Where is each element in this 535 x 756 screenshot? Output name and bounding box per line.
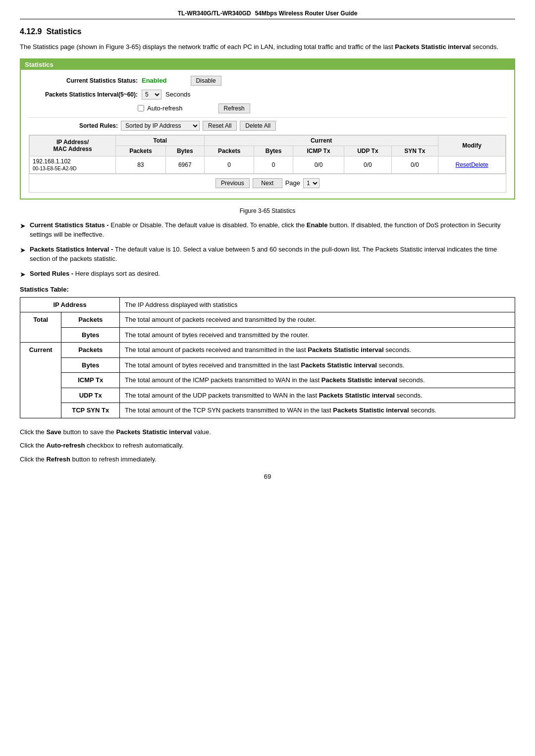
current-group: Current bbox=[20, 343, 61, 418]
sorted-rules-label: Sorted Rules: bbox=[29, 122, 118, 129]
panel-body: Current Statistics Status: Enabled Disab… bbox=[21, 70, 514, 199]
icmp-tx-sub: ICMP Tx bbox=[61, 373, 120, 388]
delete-link[interactable]: Delete bbox=[471, 161, 488, 168]
current-status-row: Current Statistics Status: Enabled Disab… bbox=[29, 76, 506, 86]
bullet-arrow: ➤ bbox=[20, 269, 26, 280]
tcp-syn-tx-desc: The total amount of the TCP SYN packets … bbox=[120, 403, 515, 418]
sorted-rules-select[interactable]: Sorted by IP Address Sorted by MAC Addre… bbox=[121, 121, 200, 131]
refresh-button[interactable]: Refresh bbox=[218, 103, 250, 113]
page-label: Page bbox=[285, 179, 300, 187]
tcp-syn-tx-sub: TCP SYN Tx bbox=[61, 403, 120, 418]
sorted-rules-row: Sorted Rules: Sorted by IP Address Sorte… bbox=[29, 117, 506, 131]
delete-all-button[interactable]: Delete All bbox=[240, 121, 276, 131]
col-cur-bytes: Bytes bbox=[254, 146, 293, 156]
info-table: IP Address The IP Address displayed with… bbox=[20, 297, 515, 418]
cell-total-bytes: 6967 bbox=[165, 156, 205, 173]
page-select[interactable]: 1 bbox=[303, 178, 320, 188]
cell-modify[interactable]: ResetDelete bbox=[438, 156, 506, 173]
interval-unit: Seconds bbox=[165, 91, 191, 98]
col-ip-mac: IP Address/MAC Address bbox=[30, 135, 116, 156]
statistics-panel: Statistics Current Statistics Status: En… bbox=[20, 58, 515, 200]
udp-tx-desc: The total amount of the UDP packets tran… bbox=[120, 388, 515, 403]
col-syn-tx: SYN Tx bbox=[391, 146, 438, 156]
guide-label: 54Mbps Wireless Router User Guide bbox=[255, 10, 358, 17]
page-number: 69 bbox=[20, 473, 515, 480]
cell-cur-packets: 0 bbox=[205, 156, 254, 173]
cell-cur-bytes: 0 bbox=[254, 156, 293, 173]
cell-syn-tx: 0/0 bbox=[391, 156, 438, 173]
prev-button[interactable]: Previous bbox=[215, 178, 250, 188]
stats-table-title: Statistics Table: bbox=[20, 286, 515, 293]
reset-link[interactable]: Reset bbox=[456, 161, 471, 168]
current-status-label: Current Statistics Status: bbox=[29, 77, 138, 84]
autorefresh-label: Auto-refresh bbox=[147, 104, 183, 112]
total-bytes-desc: The total amount of bytes received and t… bbox=[120, 327, 515, 343]
col-cur-packets: Packets bbox=[205, 146, 254, 156]
ip-address-desc: The IP Address displayed with statistics bbox=[120, 297, 515, 312]
interval-label: Packets Statistics Interval(5~60): bbox=[29, 91, 138, 98]
data-table-wrap: IP Address/MAC Address Total Current Mod… bbox=[29, 135, 506, 193]
cur-packets-sub: Packets bbox=[61, 343, 120, 358]
total-packets-sub: Packets bbox=[61, 312, 120, 328]
col-modify: Modify bbox=[438, 135, 506, 156]
panel-title: Statistics bbox=[21, 59, 514, 70]
cell-icmp-tx: 0/0 bbox=[293, 156, 344, 173]
udp-tx-sub: UDP Tx bbox=[61, 388, 120, 403]
cur-bytes-desc: The total amount of bytes received and t… bbox=[120, 357, 515, 373]
header-bar: TL-WR340G/TL-WR340GD 54Mbps Wireless Rou… bbox=[20, 10, 515, 19]
icmp-tx-desc: The total amount of the ICMP packets tra… bbox=[120, 373, 515, 388]
bullet-content: Current Statistics Status - Enable or Di… bbox=[30, 220, 515, 240]
disable-button[interactable]: Disable bbox=[191, 76, 221, 86]
reset-all-button[interactable]: Reset All bbox=[203, 121, 237, 131]
bullet-item: ➤Packets Statistics Interval - The defau… bbox=[20, 245, 515, 264]
intro-paragraph: The Statistics page (shown in Figure 3-6… bbox=[20, 42, 515, 52]
section-title: 4.12.9 Statistics bbox=[20, 27, 515, 36]
figure-caption: Figure 3-65 Statistics bbox=[20, 207, 515, 214]
col-total: Total bbox=[116, 135, 205, 146]
bullet-list: ➤Current Statistics Status - Enable or D… bbox=[20, 220, 515, 280]
next-button[interactable]: Next bbox=[253, 178, 282, 188]
total-bytes-sub: Bytes bbox=[61, 327, 120, 343]
cur-packets-desc: The total amount of packets received and… bbox=[120, 343, 515, 358]
bullet-content: Sorted Rules - Here displays sort as des… bbox=[30, 269, 515, 280]
bullet-content: Packets Statistics Interval - The defaul… bbox=[30, 245, 515, 264]
interval-row: Packets Statistics Interval(5~60): 5 10 … bbox=[29, 90, 506, 100]
total-group: Total bbox=[20, 312, 61, 343]
ip-address-header: IP Address bbox=[20, 297, 120, 312]
model-label: TL-WR340G/TL-WR340GD bbox=[178, 10, 251, 17]
col-total-bytes: Bytes bbox=[165, 146, 205, 156]
footer-note-3: Click the Refresh button to refresh imme… bbox=[20, 454, 515, 465]
table-row: 192.168.1.10200-13-E8-5E-A2-9D 83 6967 0… bbox=[30, 156, 506, 173]
col-icmp-tx: ICMP Tx bbox=[293, 146, 344, 156]
total-packets-desc: The total amount of packets received and… bbox=[120, 312, 515, 328]
footer-note-2: Click the Auto-refresh checkbox to refre… bbox=[20, 440, 515, 451]
bullet-item: ➤Current Statistics Status - Enable or D… bbox=[20, 220, 515, 240]
col-current: Current bbox=[205, 135, 438, 146]
current-status-value: Enabled bbox=[142, 77, 167, 84]
autorefresh-row: Auto-refresh Refresh bbox=[138, 103, 506, 113]
footer-note-1: Click the Save button to save the Packet… bbox=[20, 426, 515, 438]
autorefresh-checkbox[interactable] bbox=[138, 105, 144, 111]
interval-select[interactable]: 5 10 15 20 30 60 bbox=[142, 90, 161, 100]
col-udp-tx: UDP Tx bbox=[344, 146, 391, 156]
bullet-arrow: ➤ bbox=[20, 221, 26, 240]
cell-udp-tx: 0/0 bbox=[344, 156, 391, 173]
footer-notes: Click the Save button to save the Packet… bbox=[20, 426, 515, 465]
cell-total-packets: 83 bbox=[116, 156, 165, 173]
col-total-packets: Packets bbox=[116, 146, 165, 156]
bullet-item: ➤Sorted Rules - Here displays sort as de… bbox=[20, 269, 515, 280]
pagination-row: Previous Next Page 1 bbox=[29, 174, 506, 192]
data-table: IP Address/MAC Address Total Current Mod… bbox=[29, 135, 506, 174]
bullet-arrow: ➤ bbox=[20, 245, 26, 264]
cur-bytes-sub: Bytes bbox=[61, 357, 120, 373]
cell-ip-mac: 192.168.1.10200-13-E8-5E-A2-9D bbox=[30, 156, 116, 173]
